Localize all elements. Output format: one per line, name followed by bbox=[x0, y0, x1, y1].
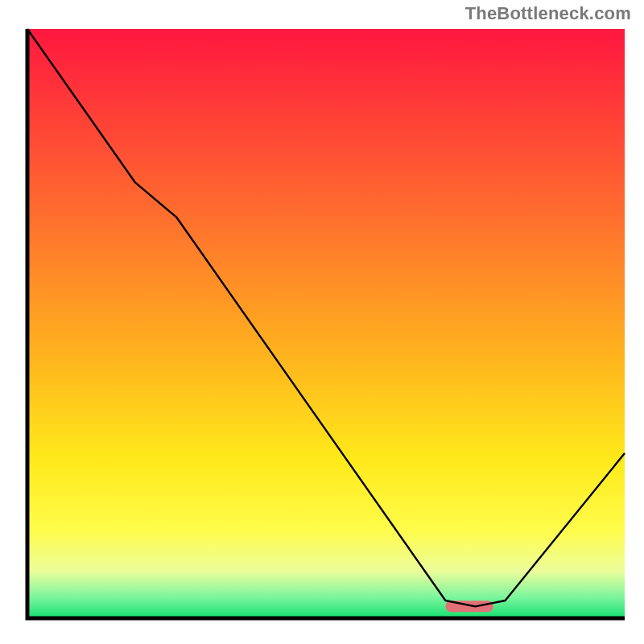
chart-container bbox=[14, 24, 630, 630]
bottleneck-chart bbox=[14, 24, 630, 630]
watermark-text: TheBottleneck.com bbox=[465, 3, 631, 24]
chart-background bbox=[27, 29, 625, 618]
